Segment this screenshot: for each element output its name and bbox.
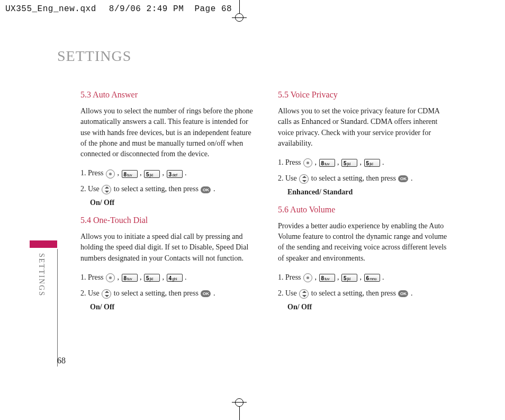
key-8-icon: 8tuv — [319, 159, 335, 167]
crop-mark-top-icon — [229, 0, 250, 21]
key-8-icon: 8tuv — [122, 274, 138, 282]
step-5-6-1: 1. Press , 8tuv , 5jkl , 6mno . — [278, 271, 454, 284]
content-columns: 5.3 Auto Answer Allows you to select the… — [80, 88, 454, 320]
key-5-icon: 5jkl — [144, 274, 160, 282]
step-5-5-2: 2. Use to select a setting, then press O… — [278, 172, 454, 185]
ok-key-icon: OK — [398, 175, 408, 182]
header-filename: UX355_Eng_new.qxd — [5, 4, 96, 14]
left-column: 5.3 Auto Answer Allows you to select the… — [80, 88, 257, 320]
key-5-icon: 5jkl — [341, 274, 357, 282]
center-key-icon — [303, 158, 312, 167]
ok-key-icon: OK — [398, 290, 408, 297]
right-column: 5.5 Voice Privacy Allows you to set the … — [278, 88, 454, 320]
key-8-icon: 8tuv — [122, 170, 138, 178]
crop-mark-bottom-icon — [229, 399, 250, 420]
options-5-6: On/ Off — [287, 303, 454, 311]
nav-key-icon — [102, 289, 111, 299]
page-number: 68 — [57, 356, 66, 365]
step-5-4-1: 1. Press , 8tuv , 5jkl , 4ghi . — [80, 271, 257, 284]
options-5-5: Enhanced/ Standard — [287, 188, 454, 196]
key-4-icon: 4ghi — [167, 274, 183, 282]
center-key-icon — [303, 273, 312, 282]
step-5-5-1: 1. Press , 8tuv , 5jkl , 5jkl . — [278, 156, 454, 169]
key-8-icon: 8tuv — [319, 274, 335, 282]
key-5-icon: 5jkl — [341, 159, 357, 167]
nav-key-icon — [299, 289, 309, 299]
key-5-icon: 5jkl — [144, 170, 160, 178]
heading-5-3: 5.3 Auto Answer — [80, 90, 257, 100]
heading-5-6: 5.6 Auto Volume — [278, 205, 454, 215]
side-tab-label: SETTINGS — [37, 253, 46, 297]
center-key-icon — [106, 169, 115, 178]
step-5-6-2: 2. Use to select a setting, then press O… — [278, 287, 454, 300]
para-5-4: Allows you to initiate a speed dial call… — [80, 231, 257, 264]
ok-key-icon: OK — [201, 186, 211, 193]
header-timestamp: 8/9/06 2:49 PM — [109, 4, 184, 14]
center-key-icon — [106, 273, 115, 282]
key-5-icon: 5jkl — [364, 159, 380, 167]
key-3-icon: 3def — [167, 170, 183, 178]
ok-key-icon: OK — [201, 290, 211, 297]
heading-5-4: 5.4 One-Touch Dial — [80, 216, 257, 225]
page-title: SETTINGS — [57, 48, 131, 65]
side-tab-rule — [57, 249, 58, 367]
para-5-5: Allows you to set the voice privacy feat… — [278, 106, 454, 149]
print-header: UX355_Eng_new.qxd 8/9/06 2:49 PM Page 68 — [5, 4, 232, 14]
para-5-6: Provides a better audio experience by en… — [278, 221, 454, 264]
heading-5-5: 5.5 Voice Privacy — [278, 90, 454, 100]
side-tab-marker — [30, 240, 57, 248]
step-5-4-2: 2. Use to select a setting, then press O… — [80, 287, 257, 300]
step-5-3-2: 2. Use to select a setting, then press O… — [80, 183, 257, 195]
options-5-4: On/ Off — [90, 303, 257, 311]
header-page: Page 68 — [194, 4, 232, 14]
nav-key-icon — [102, 185, 111, 194]
para-5-3: Allows you to select the number of rings… — [80, 106, 257, 159]
step-5-3-1: 1. Press , 8tuv , 5jkl , 3def . — [80, 167, 257, 180]
nav-key-icon — [299, 174, 309, 184]
key-6-icon: 6mno — [364, 274, 380, 282]
options-5-3: On/ Off — [90, 199, 257, 207]
